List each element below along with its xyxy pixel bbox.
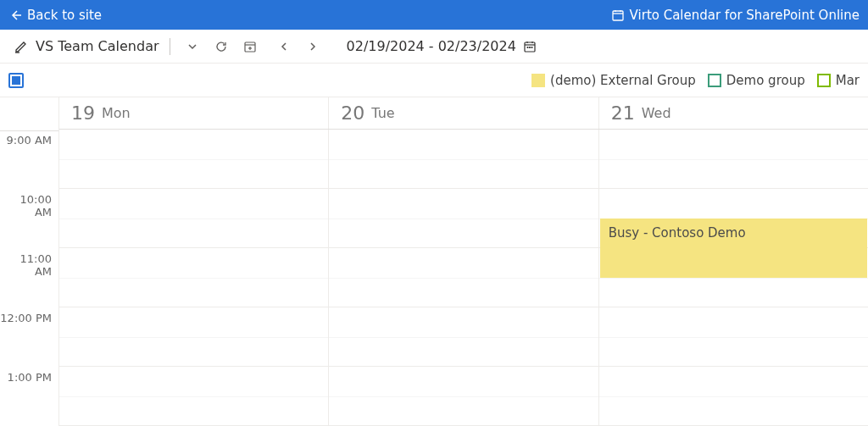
day-column[interactable]: Busy - Contoso Demo [599, 130, 868, 426]
checkbox-checked-icon [12, 76, 20, 85]
add-event-button[interactable] [238, 35, 262, 58]
prev-button[interactable] [272, 35, 296, 58]
legend-item[interactable]: (demo) External Group [531, 73, 696, 88]
time-column: 9:00 AM10:00 AM11:00 AM12:00 PM1:00 PM [0, 97, 59, 426]
day-header[interactable]: 21Wed [599, 97, 868, 129]
chevron-left-icon [278, 41, 290, 53]
day-number: 21 [611, 102, 635, 124]
legend-row: (demo) External GroupDemo groupMar [0, 64, 868, 97]
day-header[interactable]: 19Mon [59, 97, 329, 129]
half-hour-line [329, 219, 598, 219]
day-body: Busy - Contoso Demo [59, 130, 868, 426]
back-to-site-label: Back to site [27, 8, 102, 23]
time-label: 10:00 AM [0, 191, 58, 250]
half-hour-line [599, 159, 868, 160]
half-hour-line [59, 278, 328, 279]
legend-label: Mar [836, 73, 860, 88]
svg-point-13 [529, 47, 530, 47]
chevron-down-icon [186, 41, 198, 53]
date-range[interactable]: 02/19/2024 - 02/23/2024 [347, 38, 537, 54]
legend-swatch [708, 74, 721, 87]
back-to-site-link[interactable]: Back to site [8, 8, 102, 23]
svg-point-12 [527, 47, 528, 47]
calendar-plus-icon [243, 40, 257, 53]
calendar-event[interactable]: Busy - Contoso Demo [600, 219, 867, 278]
time-label: 12:00 PM [0, 309, 58, 368]
days-column: 19Mon20Tue21Wed Busy - Contoso Demo [59, 97, 868, 426]
refresh-button[interactable] [209, 35, 233, 58]
half-hour-line [59, 219, 328, 219]
half-hour-line [329, 396, 598, 397]
calendar-icon [523, 40, 537, 53]
time-label: 9:00 AM [0, 131, 58, 191]
day-name: Wed [642, 105, 671, 121]
half-hour-line [599, 337, 868, 338]
legend-label: Demo group [726, 73, 805, 88]
brand-link[interactable]: Virto Calendar for SharePoint Online [611, 8, 860, 23]
calendar-title: VS Team Calendar [36, 38, 159, 54]
day-column[interactable] [59, 130, 329, 426]
time-label: 1:00 PM [0, 368, 58, 426]
next-button[interactable] [301, 35, 325, 58]
select-all-checkbox[interactable] [8, 73, 24, 88]
brand-label: Virto Calendar for SharePoint Online [630, 8, 860, 23]
calendar-brand-icon [611, 8, 625, 22]
half-hour-line [329, 159, 598, 160]
chevron-right-icon [307, 41, 319, 53]
svg-point-14 [531, 47, 532, 47]
legend-swatch [817, 74, 831, 87]
dropdown-button[interactable] [181, 35, 204, 58]
day-header[interactable]: 20Tue [329, 97, 598, 129]
legend-item[interactable]: Demo group [708, 73, 805, 88]
legend-label: (demo) External Group [550, 73, 696, 88]
half-hour-line [599, 396, 868, 397]
half-hour-line [59, 159, 328, 160]
refresh-icon [214, 40, 228, 53]
legend-swatch [531, 74, 545, 87]
half-hour-line [59, 396, 328, 397]
half-hour-line [329, 278, 598, 279]
day-number: 20 [341, 102, 364, 124]
time-label: 11:00 AM [0, 250, 58, 309]
legend-item[interactable]: Mar [817, 73, 860, 88]
top-bar: Back to site Virto Calendar for SharePoi… [0, 0, 868, 30]
day-header-row: 19Mon20Tue21Wed [59, 97, 868, 130]
date-range-label: 02/19/2024 - 02/23/2024 [347, 38, 516, 54]
toolbar: VS Team Calendar 02/19/2024 - 02/23/2024 [0, 30, 868, 64]
divider [170, 38, 170, 55]
day-column[interactable] [329, 130, 598, 426]
day-name: Tue [371, 105, 394, 121]
edit-icon [14, 39, 29, 54]
svg-rect-0 [613, 11, 623, 20]
day-name: Mon [102, 105, 131, 121]
time-corner [0, 97, 58, 131]
calendar-area: 9:00 AM10:00 AM11:00 AM12:00 PM1:00 PM 1… [0, 97, 868, 426]
arrow-left-icon [8, 8, 22, 22]
day-number: 19 [71, 102, 95, 124]
half-hour-line [599, 278, 868, 279]
half-hour-line [329, 337, 598, 338]
half-hour-line [59, 337, 328, 338]
